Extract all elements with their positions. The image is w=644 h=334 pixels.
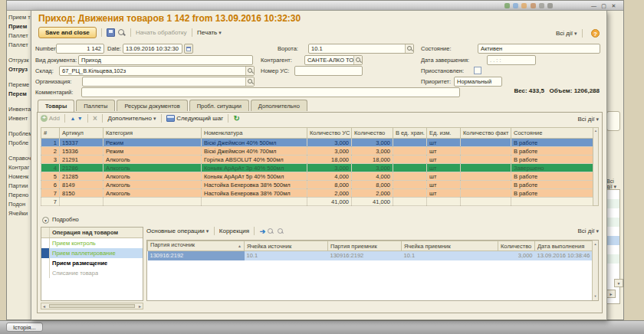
col-unit[interactable]: Ед. изм.	[427, 128, 461, 139]
col-category[interactable]: Категория	[104, 128, 202, 139]
cancel-find-icon[interactable]	[277, 228, 284, 235]
move-up-icon[interactable]	[70, 115, 75, 122]
suspended-checkbox[interactable]	[474, 67, 481, 74]
date-field[interactable]: 13.09.2016 10:32:30	[123, 44, 182, 54]
doc-type-field[interactable]: Приход	[78, 55, 253, 65]
history-button[interactable]: Історія...	[6, 323, 43, 332]
col-src-cell[interactable]: Ячейка источник	[245, 241, 328, 251]
lookup-icon[interactable]	[245, 67, 254, 75]
col-dst-cell[interactable]: Ячейка приемник	[402, 241, 498, 251]
tab-pallets[interactable]: Паллеты	[76, 100, 115, 111]
tab-document-resources[interactable]: Ресурсы документов	[117, 100, 187, 111]
items-row[interactable]: 521285АлкогольКоньяк АрАрАт 5р 40% 500мл…	[41, 172, 594, 181]
counterparty-field[interactable]: САНТЕ-АЛКО ТОВ	[304, 55, 363, 65]
comment-field[interactable]	[81, 87, 460, 97]
tab-problem-situations[interactable]: Пробл. ситуации	[189, 100, 249, 111]
col-qty[interactable]: Количество	[498, 241, 535, 251]
search-icon[interactable]	[117, 28, 126, 37]
scroll-down-button[interactable]: ▼	[614, 279, 623, 287]
refresh-icon[interactable]	[234, 114, 240, 123]
tab-additional[interactable]: Дополнительно	[251, 100, 307, 111]
items-row[interactable]: 321291АлкогольГорілка ABSOLUT 40% 500мл1…	[41, 156, 594, 164]
print-menu-button[interactable]: Печать	[197, 29, 222, 36]
next-step-button[interactable]: Следующий шаг	[176, 115, 223, 122]
toolbar-icon	[539, 3, 544, 8]
find-icon[interactable]	[267, 228, 274, 235]
col-nomenclature[interactable]: Номенклатура	[202, 128, 307, 139]
start-processing-button[interactable]: Начать обработку	[136, 29, 187, 36]
collapse-details-icon[interactable]: ▼	[42, 217, 49, 224]
main-operations-menu-button[interactable]: Основные операции	[146, 228, 209, 234]
scroll-down-icon[interactable]: ▼	[593, 293, 598, 300]
organization-field[interactable]	[82, 77, 255, 87]
operation-item-placement[interactable]: Прием размещение	[41, 258, 143, 268]
operation-item-writeoff[interactable]: Списание товара	[41, 268, 143, 278]
col-src-batch[interactable]: Партия источник▲	[148, 241, 245, 251]
more-menu-button[interactable]: Дополнительно	[107, 115, 156, 122]
scroll-thumb[interactable]	[49, 304, 135, 308]
all-actions-button[interactable]: Всі дії	[556, 30, 577, 37]
priority-field[interactable]: Нормальный	[454, 77, 502, 87]
col-state[interactable]: Состояние	[511, 128, 594, 139]
comment-label: Комментарий:	[35, 87, 73, 97]
items-row[interactable]: 68149АлкогольНастойка Бехеровка 38% 500м…	[41, 181, 594, 189]
operations-row[interactable]: 130916:2192 10.1 130916:2192 10.1 3,000 …	[148, 251, 596, 260]
operation-item-control[interactable]: Прием контроль	[41, 238, 143, 248]
items-row[interactable]: 421286АлкогольКоньяк АрАрАт 3р 40% 500мл…	[41, 164, 594, 172]
lookup-icon[interactable]	[405, 44, 413, 53]
gate-field[interactable]: 10.1	[308, 44, 414, 54]
window-close-button[interactable]: ✕	[609, 2, 619, 9]
col-qty[interactable]: Количество	[352, 128, 393, 139]
organization-label: Организация:	[35, 77, 71, 87]
col-sku[interactable]: Артикул	[60, 128, 104, 139]
add-row-button[interactable]: + Add	[41, 115, 60, 122]
number-field[interactable]: 1 142	[56, 44, 104, 54]
help-icon[interactable]: ?	[591, 29, 600, 38]
items-header-row: # Артикул Категория Номенклатура Количес…	[41, 128, 594, 139]
lookup-icon[interactable]	[353, 56, 362, 64]
col-qty-us[interactable]: Количество УС	[307, 128, 352, 139]
background-field	[606, 111, 620, 131]
volume-label: Объем:	[550, 87, 573, 94]
scroll-up-icon[interactable]: ▲	[593, 241, 598, 247]
save-icon[interactable]	[107, 28, 115, 37]
scroll-right-icon[interactable]: ►	[138, 304, 142, 309]
save-and-close-button[interactable]: Save and close	[38, 27, 97, 38]
operation-item-palletizing[interactable]: Прием паллетирование	[41, 248, 143, 258]
background-all-actions-button[interactable]: Всі дії	[606, 178, 622, 190]
tab-goods[interactable]: Товары	[38, 100, 74, 112]
operations-list-hscrollbar[interactable]: ◄►	[41, 303, 143, 309]
operations-table-vscrollbar[interactable]: ▲ ▼	[592, 241, 598, 300]
state-field[interactable]: Активен	[478, 44, 600, 54]
items-toolbar: + Add Дополнительно Следующий шаг Всі ді…	[41, 114, 599, 126]
lookup-icon[interactable]	[245, 77, 254, 86]
scroll-right-button[interactable]: ►	[606, 290, 616, 298]
items-row[interactable]: 78150АлкогольНастойка Бехеровка 38% 700м…	[41, 189, 594, 198]
scroll-left-icon[interactable]: ◄	[42, 304, 46, 309]
items-row[interactable]: 215336РежимВіскі Джеймсон 40% 700мл3,000…	[41, 147, 594, 156]
warehouse-field[interactable]: 67_РЦ_В.Кільцева,102з	[59, 66, 255, 76]
details-label: Подробно	[52, 216, 79, 223]
go-to-icon[interactable]	[260, 228, 266, 235]
col-num[interactable]: #	[41, 128, 60, 139]
weight-value: 433,5	[529, 87, 544, 94]
operations-all-actions-button[interactable]: Всі дії	[577, 228, 599, 234]
move-down-icon[interactable]	[77, 115, 83, 122]
state-label: Состояние:	[421, 44, 452, 54]
col-qty-fact[interactable]: Количество факт	[461, 128, 511, 139]
items-table-scrollbar[interactable]	[593, 127, 599, 206]
items-all-actions-button[interactable]: Всі дії	[577, 116, 599, 123]
operations-table-wrap: Партия источник▲ Ячейка источник Партия …	[146, 240, 599, 301]
completion-date-field[interactable]: . . : :	[487, 55, 536, 65]
col-date[interactable]: Дата выполнения	[535, 241, 596, 251]
us-number-field[interactable]	[294, 66, 363, 76]
window-maximize-button[interactable]: ▢	[599, 2, 609, 9]
suspended-label: Приостановлен:	[421, 66, 464, 76]
col-store-unit[interactable]: В ед. хран.	[393, 128, 427, 139]
calendar-icon[interactable]	[184, 44, 193, 54]
col-dst-batch[interactable]: Партия приемник	[328, 241, 402, 251]
delete-row-icon[interactable]	[93, 114, 97, 123]
items-row[interactable]: 115337РежимВіскі Джеймсон 40% 500мл3,000…	[41, 139, 594, 147]
correction-button[interactable]: Коррекция	[219, 228, 249, 234]
window-minimize-button[interactable]: —	[589, 2, 599, 9]
